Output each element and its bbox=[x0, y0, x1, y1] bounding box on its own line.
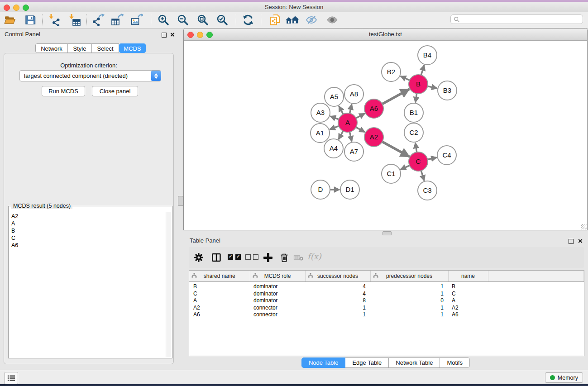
export-image-icon[interactable] bbox=[130, 14, 143, 26]
memory-button[interactable]: Memory bbox=[545, 372, 583, 383]
table-cell[interactable]: 0 bbox=[370, 297, 448, 305]
save-session-icon[interactable] bbox=[24, 14, 37, 26]
graph-node-C1[interactable]: C1 bbox=[382, 164, 401, 183]
open-file-icon[interactable] bbox=[4, 14, 16, 26]
graph-node-C3[interactable]: C3 bbox=[418, 181, 437, 200]
minimize-window-button[interactable] bbox=[13, 5, 19, 11]
search-field[interactable] bbox=[450, 14, 583, 24]
graph-node-A3[interactable]: A3 bbox=[311, 103, 330, 122]
refresh-icon[interactable] bbox=[242, 14, 254, 26]
search-input[interactable] bbox=[460, 16, 583, 23]
show-all-eye-icon[interactable] bbox=[326, 14, 339, 26]
table-cell[interactable]: B bbox=[448, 282, 488, 291]
import-network-icon[interactable] bbox=[48, 14, 61, 26]
graph-node-A[interactable]: A bbox=[338, 113, 357, 132]
graph-node-A7[interactable]: A7 bbox=[344, 142, 363, 161]
graph-node-B4[interactable]: B4 bbox=[418, 46, 437, 65]
column-header-successor-nodes[interactable]: successor nodes bbox=[305, 271, 370, 282]
zoom-selected-icon[interactable] bbox=[216, 14, 229, 26]
import-table-icon[interactable] bbox=[68, 14, 81, 26]
table-cell[interactable]: 1 bbox=[305, 305, 370, 312]
graph-node-D[interactable]: D bbox=[311, 180, 330, 199]
tab-mcds[interactable]: MCDS bbox=[119, 43, 146, 53]
table-cell[interactable]: dominator bbox=[250, 282, 305, 291]
table-cell[interactable]: A bbox=[448, 297, 488, 305]
window-resize-grip[interactable] bbox=[581, 224, 587, 229]
delete-column-trash-icon[interactable] bbox=[279, 252, 290, 263]
table-cell[interactable]: A bbox=[189, 297, 250, 305]
hide-selected-eye-icon[interactable] bbox=[305, 14, 318, 26]
graph-node-A6[interactable]: A6 bbox=[364, 99, 383, 118]
table-cell[interactable]: dominator bbox=[250, 297, 305, 305]
column-header-mcds-role[interactable]: MCDS role bbox=[250, 271, 305, 282]
graph-node-B1[interactable]: B1 bbox=[404, 103, 423, 122]
horizontal-splitter-handle[interactable] bbox=[382, 231, 392, 235]
graph-node-B2[interactable]: B2 bbox=[382, 62, 401, 81]
add-column-icon[interactable] bbox=[263, 253, 272, 262]
tab-edge-table[interactable]: Edge Table bbox=[345, 357, 389, 368]
table-cell[interactable]: C bbox=[448, 291, 488, 298]
maximize-window-button[interactable] bbox=[23, 5, 29, 11]
tab-style[interactable]: Style bbox=[67, 43, 92, 53]
graph-node-C2[interactable]: C2 bbox=[404, 123, 423, 142]
column-header-name[interactable]: name bbox=[448, 271, 488, 282]
network-files-icon[interactable] bbox=[269, 14, 282, 26]
run-mcds-button[interactable]: Run MCDS bbox=[42, 86, 85, 96]
table-row[interactable]: Cdominator41C bbox=[189, 291, 584, 298]
graph-node-A8[interactable]: A8 bbox=[344, 85, 363, 104]
table-row[interactable]: A2connector11A2 bbox=[189, 305, 584, 312]
graph-node-C4[interactable]: C4 bbox=[437, 146, 456, 165]
graph-node-A1[interactable]: A1 bbox=[311, 124, 330, 143]
tab-network[interactable]: Network bbox=[35, 43, 68, 53]
column-layout-icon[interactable] bbox=[211, 252, 222, 263]
table-cell[interactable]: A6 bbox=[448, 311, 488, 319]
table-cell[interactable]: dominator bbox=[250, 291, 305, 298]
zoom-out-icon[interactable] bbox=[177, 14, 189, 26]
task-history-button[interactable] bbox=[5, 372, 18, 384]
table-row[interactable]: A6connector11A6 bbox=[189, 311, 584, 319]
graph-node-D1[interactable]: D1 bbox=[340, 180, 359, 199]
table-cell[interactable]: C bbox=[189, 291, 250, 298]
tab-node-table[interactable]: Node Table bbox=[301, 357, 346, 368]
table-cell[interactable]: 1 bbox=[305, 311, 370, 319]
table-cell[interactable]: A6 bbox=[189, 311, 250, 319]
graph-node-B[interactable]: B bbox=[409, 75, 428, 94]
graph-node-A2[interactable]: A2 bbox=[364, 128, 383, 147]
table-cell[interactable]: 1 bbox=[370, 311, 448, 319]
criterion-dropdown[interactable]: largest connected component (directed) bbox=[19, 70, 161, 81]
table-cell[interactable]: 1 bbox=[370, 291, 448, 298]
table-row[interactable]: Bdominator41B bbox=[189, 282, 584, 291]
graph-node-C[interactable]: C bbox=[409, 152, 428, 171]
table-cell[interactable]: 1 bbox=[370, 305, 448, 312]
vertical-splitter-handle[interactable] bbox=[178, 196, 183, 206]
table-cell[interactable]: connector bbox=[250, 311, 305, 319]
table-cell[interactable]: 4 bbox=[305, 282, 370, 291]
result-scrollbar[interactable] bbox=[166, 212, 171, 357]
tab-network-table[interactable]: Network Table bbox=[389, 357, 440, 368]
tab-select[interactable]: Select bbox=[91, 43, 119, 53]
column-header-predecessor-nodes[interactable]: predecessor nodes bbox=[370, 271, 448, 282]
network-close-button[interactable] bbox=[187, 32, 194, 38]
network-maximize-button[interactable] bbox=[206, 32, 213, 38]
network-canvas[interactable]: B4B2BB3A8A5A6A3B1AA1C2A2A4A7C4CC1DD1C3 bbox=[184, 41, 587, 230]
table-cell[interactable]: B bbox=[189, 282, 250, 291]
graph-node-A5[interactable]: A5 bbox=[325, 87, 344, 106]
table-panel-float-button[interactable] bbox=[569, 239, 574, 244]
table-cell[interactable]: 8 bbox=[305, 297, 370, 305]
select-all-checkboxes-icon[interactable] bbox=[228, 254, 241, 260]
table-panel-close-button[interactable] bbox=[578, 238, 583, 243]
table-cell[interactable]: A2 bbox=[448, 305, 488, 312]
close-panel-button[interactable]: Close panel bbox=[92, 86, 138, 96]
table-cell[interactable]: A2 bbox=[189, 305, 250, 312]
graph-node-B3[interactable]: B3 bbox=[438, 81, 457, 100]
close-window-button[interactable] bbox=[4, 5, 10, 11]
control-panel-close-button[interactable] bbox=[170, 32, 175, 37]
zoom-in-icon[interactable] bbox=[157, 14, 170, 26]
graph-node-A4[interactable]: A4 bbox=[324, 139, 343, 158]
deselect-all-checkboxes-icon[interactable] bbox=[245, 254, 258, 260]
table-cell[interactable]: 1 bbox=[370, 282, 448, 291]
table-cell[interactable]: 4 bbox=[305, 291, 370, 298]
export-network-icon[interactable] bbox=[92, 14, 105, 26]
network-minimize-button[interactable] bbox=[197, 32, 203, 38]
tab-motifs[interactable]: Motifs bbox=[440, 357, 470, 368]
